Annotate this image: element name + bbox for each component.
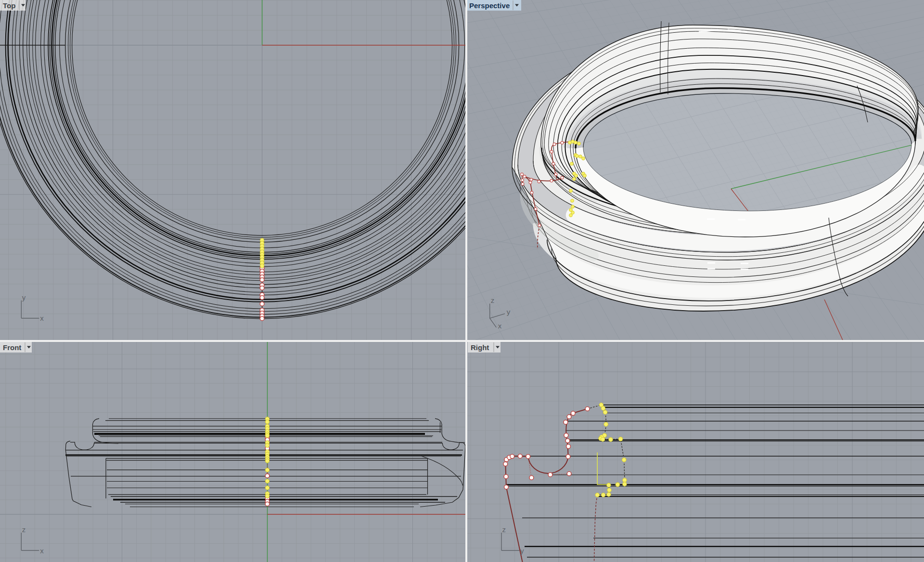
svg-text:z: z bbox=[502, 525, 506, 534]
svg-text:x: x bbox=[40, 314, 44, 322]
svg-text:y: y bbox=[22, 293, 26, 301]
svg-text:Top: Top bbox=[3, 1, 15, 10]
svg-text:x: x bbox=[498, 322, 502, 330]
svg-text:Front: Front bbox=[3, 343, 21, 352]
svg-text:y: y bbox=[507, 308, 511, 316]
svg-text:z: z bbox=[491, 296, 494, 304]
svg-text:y: y bbox=[520, 547, 524, 555]
svg-text:Right: Right bbox=[471, 343, 489, 352]
svg-text:x: x bbox=[40, 547, 44, 555]
svg-text:z: z bbox=[22, 525, 26, 534]
svg-text:Perspective: Perspective bbox=[469, 1, 510, 10]
